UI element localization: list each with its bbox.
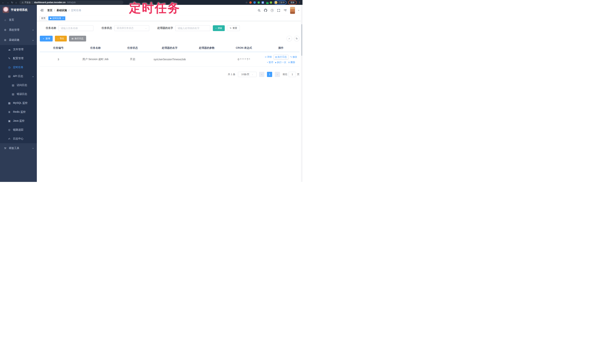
browser-menu-icon[interactable]: ⋮ — [298, 1, 301, 4]
collapse-sidebar-icon[interactable] — [40, 9, 43, 12]
job-status-select[interactable]: 请选择任务状态 ⌄ — [114, 25, 149, 31]
edit-icon — [8, 57, 11, 60]
col-job-name: 任务名称 — [77, 44, 114, 52]
handler-name-label: 处理器的名字 — [158, 26, 173, 30]
avatar[interactable] — [290, 7, 295, 14]
detail-link[interactable]: 详细 — [265, 55, 272, 59]
extension-icon-on-badge[interactable]: on — [266, 1, 268, 4]
update-label: 更新 — [290, 1, 294, 4]
extension-icon-orange[interactable] — [249, 1, 252, 4]
sidebar-item-java-monitor[interactable]: Java 监控 — [0, 117, 37, 125]
page-size-select[interactable]: 10条/页 ⌄ — [238, 72, 257, 77]
paused-extension-chip[interactable]: ☺ 已暂停 — [274, 0, 287, 4]
browser-update-button[interactable]: 更新 — [288, 0, 297, 4]
back-arrow-icon[interactable]: ← — [2, 1, 4, 4]
extension-icon-blue[interactable] — [253, 1, 256, 4]
sidebar-item-infrastructure[interactable]: 基础设施 ▴ — [0, 35, 37, 45]
sidebar-item-redis-monitor[interactable]: Redis 监控 — [0, 107, 37, 117]
page-number-1[interactable]: 1 — [267, 72, 272, 77]
reset-button[interactable]: ↻ 重置 — [227, 25, 240, 31]
sidebar-item-access-log[interactable]: 访问日志 — [0, 81, 37, 90]
url-path: /infra/job — [67, 1, 76, 4]
sidebar-item-mysql-monitor[interactable]: MySQL 监控 — [0, 99, 37, 107]
caret-down-icon[interactable]: ▾ — [298, 9, 299, 11]
gear-icon — [4, 28, 7, 31]
list-icon: ▤ — [72, 38, 74, 40]
fullscreen-icon[interactable] — [277, 9, 280, 12]
sidebar-item-dev-tools[interactable]: 研发工具 ▾ — [0, 143, 37, 153]
goto-label: 前往 — [283, 73, 288, 76]
exec-log-link[interactable]: 执行日志 — [274, 55, 288, 59]
sidebar-item-file-mgmt[interactable]: 文件管理 — [0, 45, 37, 54]
tags-view-bar: 首页 定时任务 × — [37, 16, 302, 21]
bookmark-star-icon[interactable]: ☆ — [245, 1, 248, 4]
extension-icon-leaf[interactable] — [270, 1, 272, 4]
chevron-up-icon: ▴ — [33, 75, 33, 77]
search-button[interactable]: ⌕ 搜索 — [213, 25, 225, 31]
url-domain: dashboard.yudao.iocoder.cn — [34, 1, 66, 4]
browser-home-icon[interactable]: ⌂ — [15, 1, 17, 4]
scrollbar-track[interactable] — [301, 5, 302, 182]
refresh-table-button[interactable]: ↻ — [294, 36, 300, 41]
sidebar: 芋道管理系统 首页 系统管理 ▾ 基础设施 ▴ — [0, 5, 37, 182]
security-warning[interactable]: ⚠不安全 — [22, 1, 31, 4]
modify-link[interactable]: 修改 — [290, 55, 297, 59]
job-name-input[interactable] — [58, 25, 93, 31]
prev-page-button[interactable]: ‹ — [259, 72, 264, 77]
delete-link[interactable]: 删除 — [288, 61, 295, 64]
sidebar-item-home[interactable]: 首页 — [0, 15, 37, 25]
github-icon[interactable] — [264, 9, 267, 12]
col-handler-name: 处理器的名字 — [151, 44, 188, 52]
timer-icon — [8, 66, 11, 69]
job-name-label: 任务名称 — [46, 26, 56, 30]
scrollbar-thumb[interactable] — [301, 24, 302, 56]
tab-home[interactable]: 首页 — [39, 16, 47, 20]
tab-scheduled-jobs[interactable]: 定时任务 × — [48, 16, 65, 20]
cell-job-status: 开启 — [114, 52, 151, 66]
delete-icon — [288, 61, 290, 64]
refresh-icon: ↻ — [230, 27, 231, 29]
help-icon[interactable]: ? — [271, 9, 274, 12]
edit-icon — [290, 56, 292, 58]
export-button[interactable]: ↓ 导出 — [55, 36, 67, 41]
exec-log-button[interactable]: ▤ 执行日志 — [69, 36, 86, 41]
home-icon — [4, 18, 7, 21]
search-icon[interactable] — [257, 9, 261, 12]
sidebar-menu: 首页 系统管理 ▾ 基础设施 ▴ 文件管理 配置 — [0, 15, 37, 182]
forward-arrow-icon[interactable]: → — [7, 1, 9, 4]
sidebar-item-error-log[interactable]: 错误日志 — [0, 90, 37, 99]
sidebar-item-system-mgmt[interactable]: 系统管理 ▾ — [0, 25, 37, 35]
extension-icon-green-check[interactable]: ✓ — [257, 1, 260, 4]
goto-page-input[interactable] — [289, 72, 296, 77]
handler-name-input[interactable] — [175, 25, 210, 31]
address-bar[interactable]: ⚠不安全 | dashboard.yudao.iocoder.cn /infra… — [19, 0, 123, 4]
cell-job-name: 用户 Session 超时 Job — [77, 52, 114, 66]
next-page-button[interactable]: › — [275, 72, 280, 77]
breadcrumb-home[interactable]: 首页 — [47, 9, 53, 12]
sidebar-item-log-center[interactable]: 日志中心 — [0, 134, 37, 143]
close-tab-icon[interactable]: × — [63, 17, 64, 19]
sidebar-item-trace[interactable]: 链路追踪 — [0, 125, 37, 134]
breadcrumb-infrastructure[interactable]: 基础设施 — [57, 9, 67, 12]
reload-icon[interactable]: ↻ — [11, 1, 13, 4]
chevron-up-icon: ▴ — [33, 39, 33, 41]
table-header-row: 任务编号 任务名称 任务状态 处理器的名字 处理器的参数 CRON 表达式 操作 — [40, 44, 300, 52]
app-title: 芋道管理系统 — [11, 8, 27, 12]
chevron-down-icon: ⌄ — [145, 27, 147, 29]
sidebar-item-api-log[interactable]: API 日志 ▴ — [0, 72, 37, 81]
java-icon — [8, 119, 11, 122]
font-size-icon[interactable]: TT — [284, 9, 287, 12]
extension-icon-grid[interactable]: ▦ — [262, 1, 264, 4]
cell-job-id: 3 — [40, 52, 77, 66]
add-button[interactable]: ＋ 新增 — [40, 36, 53, 41]
pause-link[interactable]: 暂停 — [267, 61, 273, 64]
sidebar-item-config-mgmt[interactable]: 配置管理 — [0, 54, 37, 63]
sidebar-item-scheduled-jobs[interactable]: 定时任务 — [0, 63, 37, 72]
run-once-link[interactable]: 执行一次 — [275, 61, 286, 64]
toggle-search-button[interactable]: ⌕ — [287, 36, 292, 41]
col-handler-param: 处理器的参数 — [188, 44, 225, 52]
active-dot-icon — [50, 18, 51, 19]
col-job-id: 任务编号 — [40, 44, 77, 52]
total-count: 共 1 条 — [228, 73, 235, 76]
app-logo-row[interactable]: 芋道管理系统 — [0, 5, 37, 15]
